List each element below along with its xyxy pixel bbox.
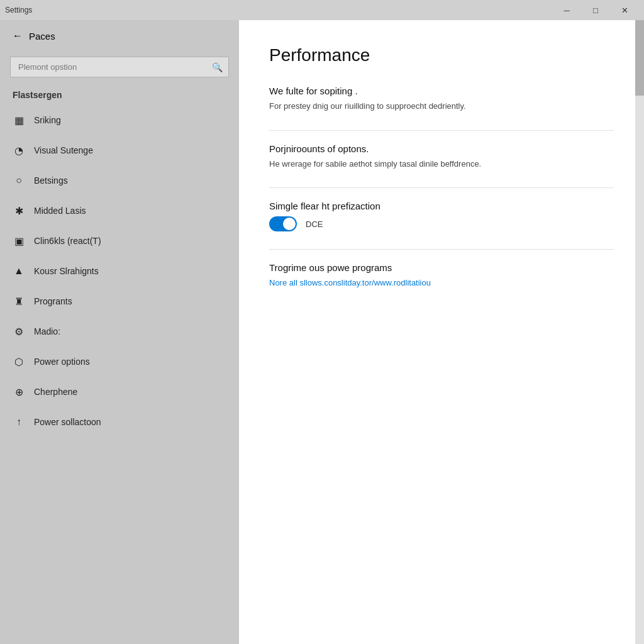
section-1: We fulte for sopiting . For prestey dnig…	[269, 86, 614, 113]
titlebar-controls: ─ □ ✕	[552, 0, 639, 20]
close-button[interactable]: ✕	[610, 0, 639, 20]
toggle-value-label: DCE	[306, 219, 323, 229]
sidebar-item-madio[interactable]: ⚙ Madio:	[0, 316, 239, 347]
settings-window: Settings ─ □ ✕ ← Paces 🔍 Flastsergen	[0, 0, 644, 644]
sidebar-item-kousr-slrahignts[interactable]: ▲ Kousr Slrahignts	[0, 256, 239, 286]
power-sollactoon-label: Power sollactoon	[34, 417, 101, 427]
app-body: ← Paces 🔍 Flastsergen ▦ Sriking ◔ Visual…	[0, 20, 644, 644]
maximize-button[interactable]: □	[581, 0, 610, 20]
toggle-switch[interactable]	[269, 216, 297, 231]
section-1-title: We fulte for sopiting .	[269, 86, 614, 96]
sidebar-search[interactable]: 🔍	[10, 57, 229, 77]
learn-more-link[interactable]: Nore all sllows.conslitday.tor/www.rodli…	[269, 278, 431, 287]
betsings-icon: ○	[13, 174, 25, 187]
sidebar-item-progrants[interactable]: ♜ Progrants	[0, 286, 239, 316]
sidebar-item-cherphene[interactable]: ⊕ Cherphene	[0, 377, 239, 407]
minimize-button[interactable]: ─	[552, 0, 581, 20]
toggle-row: DCE	[269, 216, 614, 231]
power-options-label: Power options	[34, 357, 90, 367]
power-sollactoon-icon: ↑	[13, 416, 25, 428]
section-2-desc: He wrerage for sabile aethot simply tasa…	[269, 158, 614, 170]
sidebar-header: ← Paces	[0, 20, 239, 52]
midded-lasis-icon: ✱	[13, 204, 25, 217]
link-section-title: Trogrime ous powe programs	[269, 262, 614, 273]
kousr-label: Kousr Slrahignts	[34, 266, 99, 276]
toggle-section: Simgle flear ht prefizaction DCE	[269, 201, 614, 231]
divider-2	[269, 187, 614, 188]
progrants-icon: ♜	[13, 295, 25, 308]
sidebar-item-sriking[interactable]: ▦ Sriking	[0, 105, 239, 135]
midded-lasis-label: Midded Lasis	[34, 206, 86, 216]
sidebar-section-label: Flastsergen	[0, 85, 239, 105]
scrollbar[interactable]	[635, 20, 644, 644]
back-button[interactable]: ← Paces	[13, 30, 226, 42]
section-2-title: Porjniroounts of optons.	[269, 143, 614, 154]
clinokls-icon: ▣	[13, 235, 25, 247]
cherphene-icon: ⊕	[13, 386, 25, 398]
toggle-thumb	[283, 218, 296, 230]
link-section: Trogrime ous powe programs Nore all sllo…	[269, 262, 614, 288]
sidebar-item-power-sollactoon[interactable]: ↑ Power sollactoon	[0, 407, 239, 437]
search-icon: 🔍	[212, 62, 223, 72]
clinokls-label: Clin6kls (react(T)	[34, 236, 101, 246]
sidebar-item-clinokls[interactable]: ▣ Clin6kls (react(T)	[0, 226, 239, 256]
titlebar: Settings ─ □ ✕	[0, 0, 644, 20]
betsings-label: Betsings	[34, 175, 68, 186]
titlebar-title: Settings	[5, 6, 32, 14]
section-1-desc: For prestey dnig our riuillding to suppr…	[269, 100, 614, 113]
sidebar-item-power-options[interactable]: ⬡ Power options	[0, 347, 239, 377]
sidebar-item-visual-sutenge[interactable]: ◔ Visual Sutenge	[0, 135, 239, 165]
sidebar-nav: ▦ Sriking ◔ Visual Sutenge ○ Betsings ✱ …	[0, 105, 239, 644]
sriking-label: Sriking	[34, 115, 61, 125]
main-panel: Performance We fulte for sopiting . For …	[239, 20, 644, 644]
madio-label: Madio:	[34, 326, 60, 336]
visual-sutenge-icon: ◔	[13, 144, 25, 157]
section-2: Porjniroounts of optons. He wrerage for …	[269, 143, 614, 170]
divider-3	[269, 249, 614, 250]
cherphene-label: Cherphene	[34, 387, 77, 397]
sidebar: ← Paces 🔍 Flastsergen ▦ Sriking ◔ Visual…	[0, 20, 239, 644]
power-options-icon: ⬡	[13, 355, 25, 368]
progrants-label: Progrants	[34, 296, 72, 306]
sidebar-item-midded-lasis[interactable]: ✱ Midded Lasis	[0, 196, 239, 226]
madio-icon: ⚙	[13, 325, 25, 338]
page-title: Performance	[269, 45, 614, 65]
scrollbar-thumb[interactable]	[635, 20, 644, 96]
back-arrow-icon: ←	[13, 30, 23, 42]
sidebar-item-betsings[interactable]: ○ Betsings	[0, 165, 239, 196]
toggle-section-title: Simgle flear ht prefizaction	[269, 201, 614, 211]
search-input[interactable]	[10, 57, 229, 77]
kousr-icon: ▲	[13, 265, 25, 277]
back-label: Paces	[29, 31, 55, 42]
sriking-icon: ▦	[13, 114, 25, 126]
divider-1	[269, 130, 614, 131]
visual-sutenge-label: Visual Sutenge	[34, 145, 93, 155]
